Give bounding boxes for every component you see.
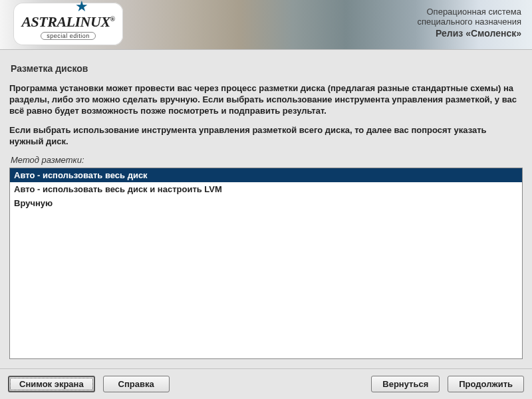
- logo-text: ASTRALINUX®: [21, 13, 114, 31]
- logo-subtitle: special edition: [41, 32, 96, 40]
- partition-method-list[interactable]: Авто - использовать весь дискАвто - испо…: [9, 168, 523, 359]
- footer-bar: Снимок экрана Справка Вернуться Продолжи…: [0, 368, 532, 399]
- method-label: Метод разметки:: [11, 155, 523, 165]
- continue-button[interactable]: Продолжить: [448, 376, 524, 392]
- list-item[interactable]: Вручную: [10, 196, 522, 210]
- list-item[interactable]: Авто - использовать весь диск и настроит…: [10, 182, 522, 196]
- header-text: Операционная система специального назнач…: [417, 7, 521, 39]
- installer-header: ★ ASTRALINUX® special edition Операционн…: [0, 0, 532, 50]
- screenshot-button[interactable]: Снимок экрана: [8, 376, 95, 392]
- back-button[interactable]: Вернуться: [371, 376, 440, 392]
- description-1: Программа установки может провести вас ч…: [9, 83, 523, 117]
- list-item[interactable]: Авто - использовать весь диск: [10, 168, 522, 182]
- page-body: Разметка дисков Программа установки може…: [0, 50, 532, 359]
- help-button[interactable]: Справка: [103, 376, 170, 392]
- header-line1: Операционная система: [417, 7, 521, 17]
- star-icon: ★: [75, 0, 88, 14]
- header-release: Релиз «Смоленск»: [417, 28, 521, 39]
- logo: ★ ASTRALINUX® special edition: [13, 3, 123, 45]
- header-line2: специального назначения: [417, 17, 521, 27]
- description-2: Если выбрать использование инструмента у…: [9, 125, 523, 148]
- page-title: Разметка дисков: [11, 63, 521, 74]
